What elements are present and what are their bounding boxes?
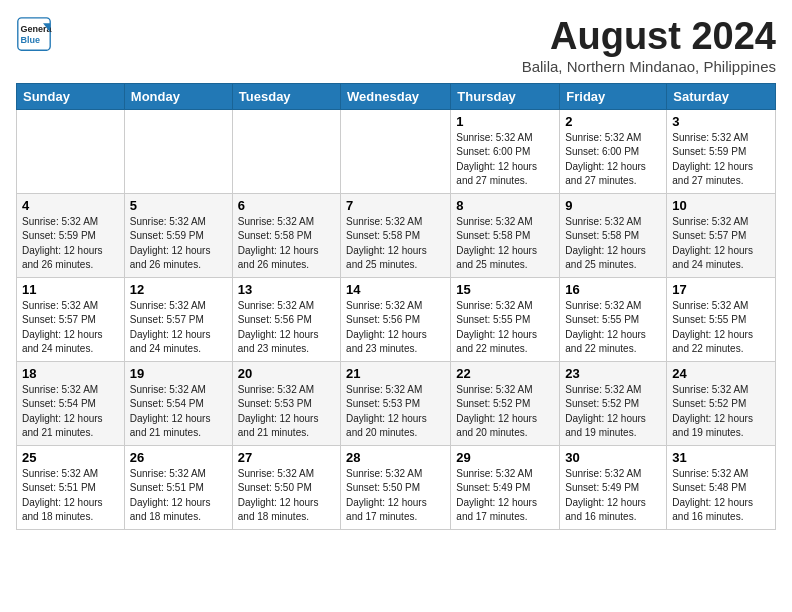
calendar-cell: 16Sunrise: 5:32 AM Sunset: 5:55 PM Dayli… — [560, 277, 667, 361]
day-number: 20 — [238, 366, 335, 381]
week-row-5: 25Sunrise: 5:32 AM Sunset: 5:51 PM Dayli… — [17, 445, 776, 529]
day-number: 25 — [22, 450, 119, 465]
dow-header-monday: Monday — [124, 83, 232, 109]
day-number: 17 — [672, 282, 770, 297]
calendar-cell: 25Sunrise: 5:32 AM Sunset: 5:51 PM Dayli… — [17, 445, 125, 529]
day-number: 8 — [456, 198, 554, 213]
calendar-table: SundayMondayTuesdayWednesdayThursdayFrid… — [16, 83, 776, 530]
calendar-cell: 3Sunrise: 5:32 AM Sunset: 5:59 PM Daylig… — [667, 109, 776, 193]
dow-header-friday: Friday — [560, 83, 667, 109]
day-detail: Sunrise: 5:32 AM Sunset: 5:57 PM Dayligh… — [672, 215, 770, 273]
day-number: 11 — [22, 282, 119, 297]
day-number: 13 — [238, 282, 335, 297]
day-number: 31 — [672, 450, 770, 465]
calendar-cell: 13Sunrise: 5:32 AM Sunset: 5:56 PM Dayli… — [232, 277, 340, 361]
calendar-cell: 12Sunrise: 5:32 AM Sunset: 5:57 PM Dayli… — [124, 277, 232, 361]
day-detail: Sunrise: 5:32 AM Sunset: 5:58 PM Dayligh… — [565, 215, 661, 273]
calendar-cell: 30Sunrise: 5:32 AM Sunset: 5:49 PM Dayli… — [560, 445, 667, 529]
svg-text:Blue: Blue — [21, 35, 41, 45]
day-number: 24 — [672, 366, 770, 381]
month-title: August 2024 — [522, 16, 776, 58]
calendar-cell: 4Sunrise: 5:32 AM Sunset: 5:59 PM Daylig… — [17, 193, 125, 277]
day-number: 7 — [346, 198, 445, 213]
calendar-cell: 1Sunrise: 5:32 AM Sunset: 6:00 PM Daylig… — [451, 109, 560, 193]
day-detail: Sunrise: 5:32 AM Sunset: 5:50 PM Dayligh… — [346, 467, 445, 525]
day-detail: Sunrise: 5:32 AM Sunset: 5:50 PM Dayligh… — [238, 467, 335, 525]
day-detail: Sunrise: 5:32 AM Sunset: 5:52 PM Dayligh… — [456, 383, 554, 441]
calendar-cell — [17, 109, 125, 193]
dow-header-wednesday: Wednesday — [341, 83, 451, 109]
logo: General Blue — [16, 16, 52, 52]
day-number: 26 — [130, 450, 227, 465]
week-row-4: 18Sunrise: 5:32 AM Sunset: 5:54 PM Dayli… — [17, 361, 776, 445]
day-number: 4 — [22, 198, 119, 213]
day-number: 10 — [672, 198, 770, 213]
day-number: 2 — [565, 114, 661, 129]
calendar-cell: 17Sunrise: 5:32 AM Sunset: 5:55 PM Dayli… — [667, 277, 776, 361]
day-detail: Sunrise: 5:32 AM Sunset: 5:51 PM Dayligh… — [22, 467, 119, 525]
day-detail: Sunrise: 5:32 AM Sunset: 5:49 PM Dayligh… — [565, 467, 661, 525]
page-header: General Blue August 2024 Balila, Norther… — [16, 16, 776, 75]
logo-icon: General Blue — [16, 16, 52, 52]
day-detail: Sunrise: 5:32 AM Sunset: 5:52 PM Dayligh… — [565, 383, 661, 441]
location: Balila, Northern Mindanao, Philippines — [522, 58, 776, 75]
day-detail: Sunrise: 5:32 AM Sunset: 6:00 PM Dayligh… — [565, 131, 661, 189]
title-block: August 2024 Balila, Northern Mindanao, P… — [522, 16, 776, 75]
calendar-cell: 29Sunrise: 5:32 AM Sunset: 5:49 PM Dayli… — [451, 445, 560, 529]
days-of-week-row: SundayMondayTuesdayWednesdayThursdayFrid… — [17, 83, 776, 109]
day-detail: Sunrise: 5:32 AM Sunset: 5:53 PM Dayligh… — [346, 383, 445, 441]
calendar-cell: 2Sunrise: 5:32 AM Sunset: 6:00 PM Daylig… — [560, 109, 667, 193]
day-number: 6 — [238, 198, 335, 213]
calendar-cell: 11Sunrise: 5:32 AM Sunset: 5:57 PM Dayli… — [17, 277, 125, 361]
day-number: 3 — [672, 114, 770, 129]
calendar-cell: 24Sunrise: 5:32 AM Sunset: 5:52 PM Dayli… — [667, 361, 776, 445]
day-detail: Sunrise: 5:32 AM Sunset: 5:57 PM Dayligh… — [22, 299, 119, 357]
calendar-cell: 8Sunrise: 5:32 AM Sunset: 5:58 PM Daylig… — [451, 193, 560, 277]
day-number: 18 — [22, 366, 119, 381]
calendar-cell: 15Sunrise: 5:32 AM Sunset: 5:55 PM Dayli… — [451, 277, 560, 361]
day-number: 28 — [346, 450, 445, 465]
day-number: 15 — [456, 282, 554, 297]
day-detail: Sunrise: 5:32 AM Sunset: 5:54 PM Dayligh… — [22, 383, 119, 441]
calendar-cell: 19Sunrise: 5:32 AM Sunset: 5:54 PM Dayli… — [124, 361, 232, 445]
week-row-3: 11Sunrise: 5:32 AM Sunset: 5:57 PM Dayli… — [17, 277, 776, 361]
calendar-cell: 9Sunrise: 5:32 AM Sunset: 5:58 PM Daylig… — [560, 193, 667, 277]
dow-header-saturday: Saturday — [667, 83, 776, 109]
calendar-cell: 26Sunrise: 5:32 AM Sunset: 5:51 PM Dayli… — [124, 445, 232, 529]
day-number: 19 — [130, 366, 227, 381]
day-detail: Sunrise: 5:32 AM Sunset: 5:53 PM Dayligh… — [238, 383, 335, 441]
day-detail: Sunrise: 5:32 AM Sunset: 5:58 PM Dayligh… — [346, 215, 445, 273]
dow-header-sunday: Sunday — [17, 83, 125, 109]
day-detail: Sunrise: 5:32 AM Sunset: 5:59 PM Dayligh… — [672, 131, 770, 189]
calendar-cell: 31Sunrise: 5:32 AM Sunset: 5:48 PM Dayli… — [667, 445, 776, 529]
calendar-cell: 10Sunrise: 5:32 AM Sunset: 5:57 PM Dayli… — [667, 193, 776, 277]
day-number: 23 — [565, 366, 661, 381]
day-number: 16 — [565, 282, 661, 297]
calendar-cell: 23Sunrise: 5:32 AM Sunset: 5:52 PM Dayli… — [560, 361, 667, 445]
calendar-cell: 14Sunrise: 5:32 AM Sunset: 5:56 PM Dayli… — [341, 277, 451, 361]
day-detail: Sunrise: 5:32 AM Sunset: 5:55 PM Dayligh… — [672, 299, 770, 357]
day-detail: Sunrise: 5:32 AM Sunset: 5:51 PM Dayligh… — [130, 467, 227, 525]
day-number: 12 — [130, 282, 227, 297]
week-row-1: 1Sunrise: 5:32 AM Sunset: 6:00 PM Daylig… — [17, 109, 776, 193]
day-detail: Sunrise: 5:32 AM Sunset: 5:59 PM Dayligh… — [22, 215, 119, 273]
calendar-cell: 6Sunrise: 5:32 AM Sunset: 5:58 PM Daylig… — [232, 193, 340, 277]
calendar-cell: 20Sunrise: 5:32 AM Sunset: 5:53 PM Dayli… — [232, 361, 340, 445]
day-detail: Sunrise: 5:32 AM Sunset: 5:56 PM Dayligh… — [238, 299, 335, 357]
day-number: 22 — [456, 366, 554, 381]
day-number: 5 — [130, 198, 227, 213]
calendar-cell: 5Sunrise: 5:32 AM Sunset: 5:59 PM Daylig… — [124, 193, 232, 277]
calendar-cell: 27Sunrise: 5:32 AM Sunset: 5:50 PM Dayli… — [232, 445, 340, 529]
day-number: 30 — [565, 450, 661, 465]
calendar-body: 1Sunrise: 5:32 AM Sunset: 6:00 PM Daylig… — [17, 109, 776, 529]
day-detail: Sunrise: 5:32 AM Sunset: 5:49 PM Dayligh… — [456, 467, 554, 525]
calendar-cell — [341, 109, 451, 193]
day-number: 1 — [456, 114, 554, 129]
day-detail: Sunrise: 5:32 AM Sunset: 5:56 PM Dayligh… — [346, 299, 445, 357]
calendar-cell: 18Sunrise: 5:32 AM Sunset: 5:54 PM Dayli… — [17, 361, 125, 445]
day-number: 21 — [346, 366, 445, 381]
day-number: 14 — [346, 282, 445, 297]
calendar-cell: 22Sunrise: 5:32 AM Sunset: 5:52 PM Dayli… — [451, 361, 560, 445]
calendar-cell — [124, 109, 232, 193]
dow-header-tuesday: Tuesday — [232, 83, 340, 109]
